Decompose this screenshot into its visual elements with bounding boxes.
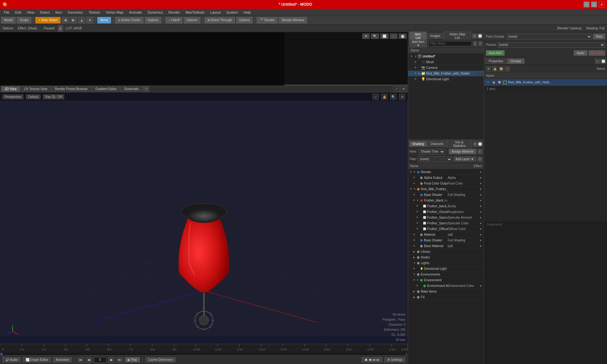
shader-material[interactable]: 👁 Material (all) ▼ bbox=[411, 232, 484, 238]
tab-properties[interactable]: Properties bbox=[485, 58, 507, 64]
item-row-camera[interactable]: 👁 📷 Camera bbox=[408, 65, 484, 71]
transport-start[interactable]: ⏮ bbox=[77, 357, 84, 363]
tool-btn-3[interactable]: ▲ bbox=[78, 17, 85, 23]
item-vis-mesh[interactable]: 👁 bbox=[413, 60, 418, 64]
item-settings-2[interactable]: ⬜ bbox=[477, 33, 482, 39]
shader-render[interactable]: 👁 ▼ Render ▼ bbox=[408, 169, 484, 175]
tab-groups[interactable]: Groups bbox=[507, 58, 525, 64]
groups-sort-btn[interactable]: ≡ bbox=[505, 66, 510, 71]
shader-vis-final[interactable]: 👁 bbox=[412, 181, 416, 186]
tab-uv-texture[interactable]: UV Texture View bbox=[21, 86, 51, 92]
assign-material-button[interactable]: Assign Material bbox=[449, 149, 476, 154]
shader-vis-fb[interactable]: 👁 bbox=[412, 198, 416, 203]
options-button-2[interactable]: Options bbox=[184, 17, 200, 23]
settings-button[interactable]: ⚙ Settings bbox=[384, 357, 405, 362]
shader-vis-env-mat[interactable]: 👁 bbox=[415, 284, 420, 288]
item-vis-camera[interactable]: 👁 bbox=[413, 66, 418, 70]
shader-vis-mat[interactable]: 👁 bbox=[412, 233, 416, 237]
menu-help[interactable]: Help bbox=[241, 10, 254, 15]
pause-toggle-btn[interactable]: ⏸ bbox=[58, 25, 63, 32]
render-window-button[interactable]: Render Window bbox=[279, 17, 307, 23]
menu-geometry[interactable]: Geometry bbox=[65, 10, 85, 15]
animated-button[interactable]: Animated bbox=[53, 357, 72, 362]
shader-bake[interactable]: ▶ Bake Items bbox=[408, 289, 484, 294]
auto-add-button[interactable]: Auto Add bbox=[486, 50, 505, 56]
tool-btn-2[interactable]: ▶ bbox=[70, 17, 77, 23]
group-lock-frother[interactable]: 🔒 bbox=[492, 80, 496, 85]
tab-info-stats[interactable]: Info & Statistics bbox=[447, 140, 472, 149]
menu-texture[interactable]: Texture bbox=[86, 10, 103, 15]
shader-vis-gloss[interactable]: 👁 bbox=[415, 210, 420, 214]
tool-btn-4[interactable]: ▼ bbox=[86, 17, 93, 23]
menu-view[interactable]: View bbox=[24, 10, 37, 15]
viewport-3d[interactable]: Perspective Default Ray GL: Off ⤢ 🔒 🔍 ⚙ … bbox=[0, 93, 408, 344]
shader-environments[interactable]: ▼ Environments bbox=[408, 272, 484, 277]
item-vis-frother[interactable]: 👁 bbox=[413, 71, 418, 76]
menu-vertex-map[interactable]: Vertex Map bbox=[103, 10, 126, 15]
shader-expand-fx[interactable]: ▶ bbox=[413, 296, 416, 299]
graph-editor-button[interactable]: 📈 Graph Editor bbox=[23, 357, 51, 362]
vp-corner-search[interactable]: 🔍 bbox=[390, 94, 396, 100]
shading-list[interactable]: 👁 ▼ Render ▼ 👁 Alpha Output Alpha ▼ bbox=[408, 169, 484, 364]
menu-file[interactable]: File bbox=[1, 10, 12, 15]
play-button-bottom[interactable]: ▶ Play bbox=[125, 357, 140, 362]
menu-maxtomod[interactable]: MaxToModo bbox=[183, 10, 207, 15]
discard-button[interactable]: Discard bbox=[589, 50, 605, 56]
close-button[interactable]: ✕ bbox=[599, 2, 604, 7]
item-row-mesh[interactable]: 👁 ⬡ Mesh bbox=[408, 59, 484, 65]
passes-select[interactable]: (none) bbox=[498, 42, 605, 48]
shader-frother-black[interactable]: 👁 ▼ Frother_black [Material] ▼ bbox=[411, 198, 484, 203]
tab-render-preset[interactable]: Render Preset Browser bbox=[52, 86, 91, 92]
shader-vis-env2[interactable]: 👁 bbox=[412, 278, 416, 282]
cache-deformers-button[interactable]: Cache Deformers bbox=[145, 357, 176, 362]
timeline-ruler[interactable]: 0 12 24 36 48 60 72 84 96 bbox=[0, 344, 408, 353]
menu-select[interactable]: Select bbox=[37, 10, 52, 15]
groups-lock-btn[interactable]: 🔒 bbox=[492, 66, 497, 71]
item-vis-untitled[interactable]: 👁 bbox=[409, 54, 414, 59]
shader-tree-select[interactable]: Shader Tree bbox=[419, 149, 445, 155]
select-through-button[interactable]: ⊞ Select Through bbox=[205, 17, 235, 23]
item-row-light[interactable]: 👁 💡 Directional Light bbox=[408, 76, 484, 82]
shader-vis-base-mat[interactable]: 👁 bbox=[412, 244, 416, 248]
shader-library[interactable]: ▶ Library bbox=[408, 249, 484, 255]
shader-nodes[interactable]: ▶ Nodes bbox=[408, 255, 484, 260]
items-button[interactable]: Items bbox=[97, 17, 111, 23]
shader-lights[interactable]: ▼ Lights bbox=[408, 260, 484, 266]
shader-base-shader2[interactable]: 👁 Base Shader Full Shading ▼ bbox=[411, 238, 484, 243]
shader-base-material[interactable]: 👁 Base Material (all) ▼ bbox=[411, 243, 484, 249]
groups-color-btn[interactable]: 🎨 bbox=[499, 66, 504, 71]
shader-vis-render[interactable]: 👁 bbox=[409, 170, 413, 174]
model-button[interactable]: Model bbox=[1, 17, 15, 23]
shader-gloss[interactable]: 👁 ⬜ Frother_Glossiness Roughness ▼ bbox=[414, 209, 484, 215]
menu-edit[interactable]: Edit bbox=[13, 10, 24, 15]
menu-item[interactable]: Item bbox=[53, 10, 64, 15]
transport-icons-btn[interactable]: ⏹ ⏺ ⏮ ⏭ bbox=[362, 357, 383, 362]
shader-expand-env2[interactable]: ▼ bbox=[416, 279, 420, 282]
shader-expand-frother-g[interactable]: ▼ bbox=[413, 188, 416, 191]
vp-corner-settings[interactable]: ⚙ bbox=[399, 94, 405, 100]
vp-corner-lock[interactable]: 🔒 bbox=[381, 94, 388, 100]
shader-expand-nodes[interactable]: ▶ bbox=[413, 256, 416, 259]
audio-button[interactable]: 🔊 Audio bbox=[3, 357, 21, 362]
filter-f-btn[interactable]: F bbox=[478, 41, 482, 46]
group-color-frother[interactable]: 🎨 bbox=[497, 80, 502, 85]
shader-vis-dir[interactable]: 👁 bbox=[412, 267, 416, 271]
shader-vis-diffuse[interactable]: 👁 bbox=[415, 227, 420, 231]
groups-tab-settings[interactable]: + bbox=[595, 59, 600, 64]
shader-base-shader[interactable]: 👁 Base Shader Full Shading ▼ bbox=[411, 192, 484, 198]
shader-expand-env[interactable]: ▼ bbox=[413, 273, 416, 276]
shader-vis-env[interactable] bbox=[409, 272, 413, 277]
options-button-3[interactable]: Options bbox=[236, 17, 253, 23]
transport-end[interactable]: ⏭ bbox=[117, 357, 123, 363]
tab-vertex-map[interactable]: Vertex Map List bbox=[444, 32, 471, 40]
filter-items-input[interactable] bbox=[428, 41, 472, 46]
groups-list[interactable]: 👁 🔒 🎨 Red_Milk_Frother_with_Hold... 1 It… bbox=[484, 79, 607, 221]
tab-shading[interactable]: Shading bbox=[409, 141, 427, 147]
tab-3d-view[interactable]: 3D View bbox=[1, 86, 20, 92]
perspective-dropdown[interactable]: Perspective bbox=[3, 94, 23, 99]
transport-next[interactable]: ▶ bbox=[108, 357, 115, 363]
render-ctrl-3[interactable]: ⬜ bbox=[380, 33, 389, 39]
shader-expand-lib[interactable]: ▶ bbox=[413, 250, 416, 253]
render-ctrl-4[interactable]: ↔ bbox=[390, 33, 397, 39]
menu-system[interactable]: System bbox=[224, 10, 241, 15]
